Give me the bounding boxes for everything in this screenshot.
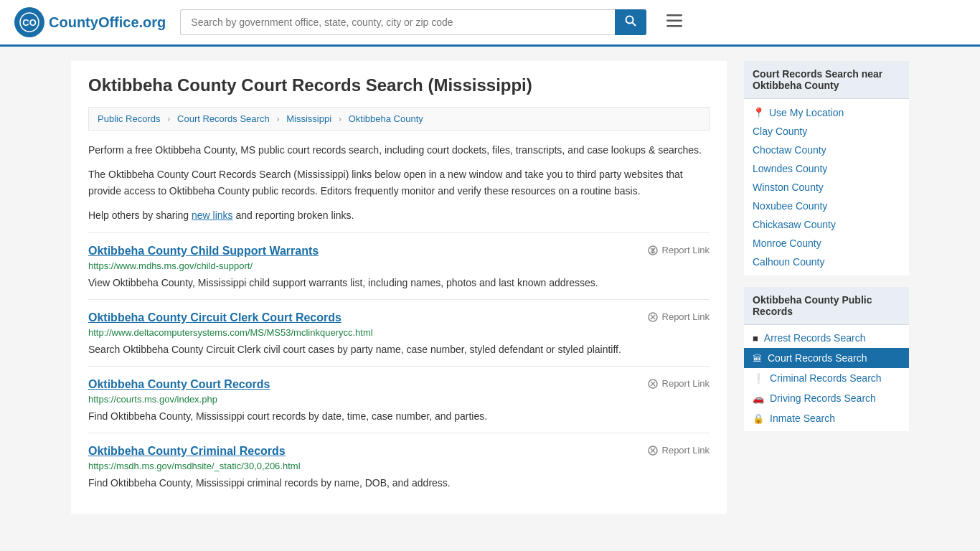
header: CO CountyOffice.org [0,0,980,47]
list-item[interactable]: Choctaw County [744,141,909,159]
result-title[interactable]: Oktibbeha County Court Records [88,378,270,391]
breadcrumb-public-records[interactable]: Public Records [98,113,160,124]
list-item[interactable]: Winston County [744,178,909,197]
report-label: Report Link [662,311,710,322]
result-desc: Find Oktibbeha County, Mississippi court… [88,409,710,424]
breadcrumb-sep-1: › [167,113,170,124]
breadcrumb: Public Records › Court Records Search › … [88,107,710,131]
public-records-section: Oktibbeha County Public Records ■ Arrest… [744,287,909,431]
intro3-before: Help others by sharing [88,209,192,221]
svg-text:CO: CO [22,17,37,28]
search-bar [180,9,646,35]
calhoun-county-link[interactable]: Calhoun County [753,256,824,268]
lowndes-county-link[interactable]: Lowndes County [753,163,827,174]
result-url[interactable]: http://www.deltacomputersystems.com/MS/M… [88,327,710,338]
logo-icon: CO [14,7,44,37]
arrest-records-link[interactable]: Arrest Records Search [764,332,866,344]
breadcrumb-mississippi[interactable]: Mississippi [286,113,331,124]
search-input[interactable] [180,9,615,35]
svg-point-2 [626,17,633,24]
logo-tld: .org [139,14,166,30]
clay-county-link[interactable]: Clay County [753,126,807,137]
pin-icon: 📍 [753,107,765,118]
result-header: Oktibbeha County Circuit Clerk Court Rec… [88,311,710,324]
noxubee-county-link[interactable]: Noxubee County [753,200,827,212]
arrest-records-item[interactable]: ■ Arrest Records Search [744,328,909,348]
report-link-button[interactable]: Report Link [647,245,710,256]
result-item: Oktibbeha County Circuit Clerk Court Rec… [88,299,710,366]
criminal-icon: ❕ [753,373,764,384]
court-icon: 🏛 [753,353,762,364]
result-title[interactable]: Oktibbeha County Criminal Records [88,445,286,458]
monroe-county-link[interactable]: Monroe County [753,237,821,249]
svg-point-9 [652,252,654,253]
breadcrumb-court-records-search[interactable]: Court Records Search [177,113,270,124]
result-desc: View Oktibbeha County, Mississippi child… [88,276,710,291]
logo-name: CountyOffice [49,14,139,30]
report-label: Report Link [662,378,710,389]
list-item[interactable]: Clay County [744,122,909,141]
logo-text: CountyOffice.org [49,14,166,31]
chickasaw-county-link[interactable]: Chickasaw County [753,219,836,230]
breadcrumb-oktibbeha-county[interactable]: Oktibbeha County [349,113,423,124]
intro-paragraph-3: Help others by sharing new links and rep… [88,207,710,223]
result-item: Oktibbeha County Child Support Warrants … [88,232,710,299]
report-link-button[interactable]: Report Link [647,378,710,390]
result-item: Oktibbeha County Criminal Records Report… [88,433,710,499]
inmate-search-link[interactable]: Inmate Search [770,413,835,424]
public-records-list: ■ Arrest Records Search 🏛 Court Records … [744,325,909,431]
result-title[interactable]: Oktibbeha County Child Support Warrants [88,245,319,258]
arrest-icon: ■ [753,333,758,344]
driving-records-link[interactable]: Driving Records Search [770,392,876,404]
intro-paragraph-1: Perform a free Oktibbeha County, MS publ… [88,142,710,158]
result-url[interactable]: https://msdh.ms.gov/msdhsite/_static/30,… [88,461,710,471]
inmate-icon: 🔒 [753,413,764,424]
result-item: Oktibbeha County Court Records Report Li… [88,366,710,433]
report-label: Report Link [662,245,710,255]
svg-rect-5 [666,20,682,22]
driving-icon: 🚗 [753,393,764,404]
content-area: Oktibbeha County Court Records Search (M… [71,61,727,514]
inmate-search-item[interactable]: 🔒 Inmate Search [744,408,909,428]
winston-county-link[interactable]: Winston County [753,182,824,193]
nearby-counties-list: 📍 Use My Location Clay County Choctaw Co… [744,99,909,276]
list-item[interactable]: Noxubee County [744,197,909,215]
criminal-records-link[interactable]: Criminal Records Search [770,372,882,384]
result-url[interactable]: https://courts.ms.gov/index.php [88,394,710,405]
logo-area[interactable]: CO CountyOffice.org [14,7,166,37]
report-link-button[interactable]: Report Link [647,445,710,456]
court-records-item[interactable]: 🏛 Court Records Search [744,348,909,368]
result-desc: Search Oktibbeha County Circuit Clerk ci… [88,342,710,357]
public-records-section-title: Oktibbeha County Public Records [744,287,909,325]
list-item[interactable]: Chickasaw County [744,215,909,234]
result-header: Oktibbeha County Court Records Report Li… [88,378,710,391]
driving-records-item[interactable]: 🚗 Driving Records Search [744,388,909,408]
new-links-link[interactable]: new links [192,209,233,221]
choctaw-county-link[interactable]: Choctaw County [753,144,826,156]
nearby-counties-section: Court Records Search near Oktibbeha Coun… [744,61,909,276]
main-container: Oktibbeha County Court Records Search (M… [60,47,920,528]
result-header: Oktibbeha County Criminal Records Report… [88,445,710,458]
list-item[interactable]: Monroe County [744,234,909,253]
hamburger-menu-button[interactable] [661,10,688,34]
result-desc: Find Oktibbeha County, Mississippi crimi… [88,476,710,491]
list-item[interactable]: Calhoun County [744,253,909,271]
intro-paragraph-2: The Oktibbeha County Court Records Searc… [88,166,710,199]
result-header: Oktibbeha County Child Support Warrants … [88,245,710,258]
page-title: Oktibbeha County Court Records Search (M… [88,75,710,95]
list-item[interactable]: Lowndes County [744,159,909,178]
court-records-link[interactable]: Court Records Search [768,352,867,364]
report-link-button[interactable]: Report Link [647,311,710,323]
use-location-item[interactable]: 📍 Use My Location [744,103,909,122]
use-location-link[interactable]: Use My Location [769,107,844,118]
search-button[interactable] [615,9,646,35]
breadcrumb-sep-2: › [276,113,279,124]
result-url[interactable]: https://www.mdhs.ms.gov/child-support/ [88,260,710,271]
criminal-records-item[interactable]: ❕ Criminal Records Search [744,368,909,388]
sidebar: Court Records Search near Oktibbeha Coun… [744,61,909,514]
results-list: Oktibbeha County Child Support Warrants … [88,232,710,499]
intro3-after: and reporting broken links. [233,209,354,221]
breadcrumb-sep-3: › [339,113,341,124]
result-title[interactable]: Oktibbeha County Circuit Clerk Court Rec… [88,311,341,324]
report-label: Report Link [662,445,710,456]
